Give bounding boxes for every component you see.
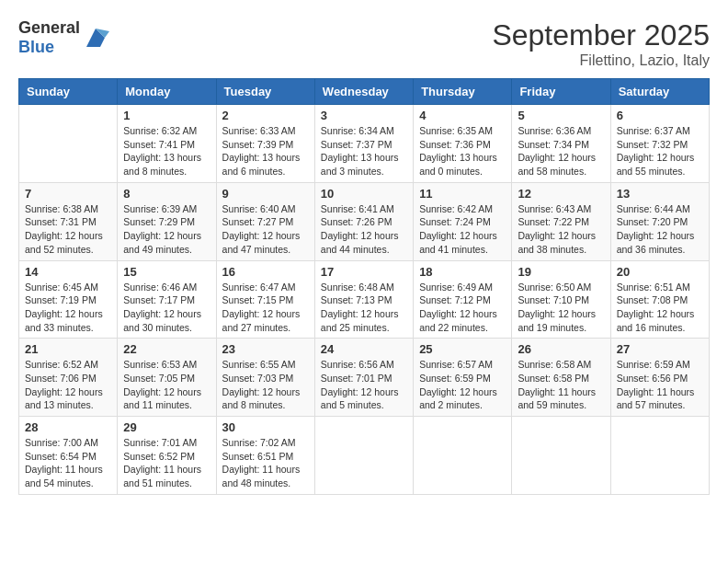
day-number: 13 [617,187,703,201]
calendar-cell: 13Sunrise: 6:44 AM Sunset: 7:20 PM Dayli… [610,182,709,260]
calendar-cell: 18Sunrise: 6:49 AM Sunset: 7:12 PM Dayli… [414,260,512,339]
calendar-cell [610,417,709,495]
day-info: Sunrise: 6:47 AM Sunset: 7:15 PM Dayligh… [222,281,309,335]
day-number: 26 [518,342,604,356]
day-info: Sunrise: 6:44 AM Sunset: 7:20 PM Dayligh… [617,202,703,257]
day-number: 25 [419,342,506,356]
weekday-header-thursday: Thursday [414,79,512,105]
calendar-cell: 2Sunrise: 6:33 AM Sunset: 7:39 PM Daylig… [216,105,314,183]
day-number: 9 [222,187,309,201]
logo: General Blue [18,18,109,57]
location-title: Filettino, Lazio, Italy [492,52,710,69]
day-number: 21 [25,342,111,356]
calendar-cell: 3Sunrise: 6:34 AM Sunset: 7:37 PM Daylig… [314,105,413,183]
day-info: Sunrise: 7:01 AM Sunset: 6:52 PM Dayligh… [123,436,210,490]
day-info: Sunrise: 6:38 AM Sunset: 7:31 PM Dayligh… [25,202,111,257]
day-number: 10 [321,187,407,201]
day-number: 8 [123,187,210,201]
calendar-cell: 21Sunrise: 6:52 AM Sunset: 7:06 PM Dayli… [19,339,118,417]
day-number: 18 [419,265,506,279]
page-header: General Blue September 2025 Filettino, L… [18,18,710,69]
calendar-cell: 1Sunrise: 6:32 AM Sunset: 7:41 PM Daylig… [118,105,216,183]
day-number: 23 [222,342,309,356]
calendar-cell: 10Sunrise: 6:41 AM Sunset: 7:26 PM Dayli… [314,182,413,260]
day-info: Sunrise: 6:48 AM Sunset: 7:13 PM Dayligh… [321,281,407,335]
calendar-cell: 6Sunrise: 6:37 AM Sunset: 7:32 PM Daylig… [610,105,709,183]
weekday-header-tuesday: Tuesday [216,79,314,105]
logo-general: General [18,18,80,37]
day-info: Sunrise: 6:56 AM Sunset: 7:01 PM Dayligh… [321,358,407,412]
day-info: Sunrise: 6:52 AM Sunset: 7:06 PM Dayligh… [25,358,111,412]
day-info: Sunrise: 6:49 AM Sunset: 7:12 PM Dayligh… [419,281,506,335]
day-info: Sunrise: 6:51 AM Sunset: 7:08 PM Dayligh… [617,281,703,335]
day-number: 16 [222,265,309,279]
calendar-cell: 23Sunrise: 6:55 AM Sunset: 7:03 PM Dayli… [216,339,314,417]
calendar-cell: 12Sunrise: 6:43 AM Sunset: 7:22 PM Dayli… [512,182,610,260]
weekday-header-monday: Monday [118,79,216,105]
weekday-header-saturday: Saturday [610,79,709,105]
day-info: Sunrise: 6:41 AM Sunset: 7:26 PM Dayligh… [321,202,407,257]
day-info: Sunrise: 6:34 AM Sunset: 7:37 PM Dayligh… [321,124,407,178]
day-info: Sunrise: 6:32 AM Sunset: 7:41 PM Dayligh… [123,124,210,178]
day-info: Sunrise: 6:46 AM Sunset: 7:17 PM Dayligh… [123,281,210,335]
calendar-cell: 7Sunrise: 6:38 AM Sunset: 7:31 PM Daylig… [19,182,118,260]
calendar-week-2: 7Sunrise: 6:38 AM Sunset: 7:31 PM Daylig… [19,182,710,260]
day-number: 2 [222,109,309,122]
day-info: Sunrise: 6:43 AM Sunset: 7:22 PM Dayligh… [518,202,604,257]
logo-blue: Blue [18,38,54,56]
calendar-cell: 16Sunrise: 6:47 AM Sunset: 7:15 PM Dayli… [216,260,314,339]
weekday-header-sunday: Sunday [19,79,118,105]
day-number: 29 [123,420,210,434]
day-number: 5 [518,109,604,122]
calendar-cell: 24Sunrise: 6:56 AM Sunset: 7:01 PM Dayli… [314,339,413,417]
month-title: September 2025 [492,18,710,52]
calendar-cell [414,417,512,495]
calendar-cell: 26Sunrise: 6:58 AM Sunset: 6:58 PM Dayli… [512,339,610,417]
day-info: Sunrise: 6:35 AM Sunset: 7:36 PM Dayligh… [419,124,506,178]
day-number: 24 [321,342,407,356]
weekday-header-row: SundayMondayTuesdayWednesdayThursdayFrid… [19,79,710,105]
calendar-table: SundayMondayTuesdayWednesdayThursdayFrid… [18,78,710,495]
day-number: 1 [123,109,210,122]
calendar-cell: 4Sunrise: 6:35 AM Sunset: 7:36 PM Daylig… [414,105,512,183]
calendar-week-5: 28Sunrise: 7:00 AM Sunset: 6:54 PM Dayli… [19,417,710,495]
calendar-week-4: 21Sunrise: 6:52 AM Sunset: 7:06 PM Dayli… [19,339,710,417]
day-info: Sunrise: 7:02 AM Sunset: 6:51 PM Dayligh… [222,436,309,490]
calendar-cell: 29Sunrise: 7:01 AM Sunset: 6:52 PM Dayli… [118,417,216,495]
day-info: Sunrise: 6:55 AM Sunset: 7:03 PM Dayligh… [222,358,309,412]
day-info: Sunrise: 6:45 AM Sunset: 7:19 PM Dayligh… [25,281,111,335]
title-area: September 2025 Filettino, Lazio, Italy [492,18,710,69]
day-number: 19 [518,265,604,279]
calendar-cell: 19Sunrise: 6:50 AM Sunset: 7:10 PM Dayli… [512,260,610,339]
day-number: 27 [617,342,703,356]
day-info: Sunrise: 6:59 AM Sunset: 6:56 PM Dayligh… [617,358,703,412]
day-info: Sunrise: 7:00 AM Sunset: 6:54 PM Dayligh… [25,436,111,490]
day-info: Sunrise: 6:42 AM Sunset: 7:24 PM Dayligh… [419,202,506,257]
calendar-cell: 27Sunrise: 6:59 AM Sunset: 6:56 PM Dayli… [610,339,709,417]
calendar-week-1: 1Sunrise: 6:32 AM Sunset: 7:41 PM Daylig… [19,105,710,183]
calendar-cell [314,417,413,495]
calendar-cell: 15Sunrise: 6:46 AM Sunset: 7:17 PM Dayli… [118,260,216,339]
day-number: 20 [617,265,703,279]
day-info: Sunrise: 6:58 AM Sunset: 6:58 PM Dayligh… [518,358,604,412]
day-number: 12 [518,187,604,201]
day-number: 17 [321,265,407,279]
day-number: 22 [123,342,210,356]
day-number: 6 [617,109,703,122]
calendar-cell: 9Sunrise: 6:40 AM Sunset: 7:27 PM Daylig… [216,182,314,260]
calendar-cell: 8Sunrise: 6:39 AM Sunset: 7:29 PM Daylig… [118,182,216,260]
calendar-cell: 28Sunrise: 7:00 AM Sunset: 6:54 PM Dayli… [19,417,118,495]
calendar-cell: 20Sunrise: 6:51 AM Sunset: 7:08 PM Dayli… [610,260,709,339]
weekday-header-wednesday: Wednesday [314,79,413,105]
day-info: Sunrise: 6:33 AM Sunset: 7:39 PM Dayligh… [222,124,309,178]
calendar-cell: 22Sunrise: 6:53 AM Sunset: 7:05 PM Dayli… [118,339,216,417]
calendar-cell: 11Sunrise: 6:42 AM Sunset: 7:24 PM Dayli… [414,182,512,260]
day-number: 30 [222,420,309,434]
calendar-cell: 5Sunrise: 6:36 AM Sunset: 7:34 PM Daylig… [512,105,610,183]
calendar-cell: 17Sunrise: 6:48 AM Sunset: 7:13 PM Dayli… [314,260,413,339]
day-info: Sunrise: 6:40 AM Sunset: 7:27 PM Dayligh… [222,202,309,257]
day-info: Sunrise: 6:50 AM Sunset: 7:10 PM Dayligh… [518,281,604,335]
calendar-week-3: 14Sunrise: 6:45 AM Sunset: 7:19 PM Dayli… [19,260,710,339]
weekday-header-friday: Friday [512,79,610,105]
day-info: Sunrise: 6:39 AM Sunset: 7:29 PM Dayligh… [123,202,210,257]
